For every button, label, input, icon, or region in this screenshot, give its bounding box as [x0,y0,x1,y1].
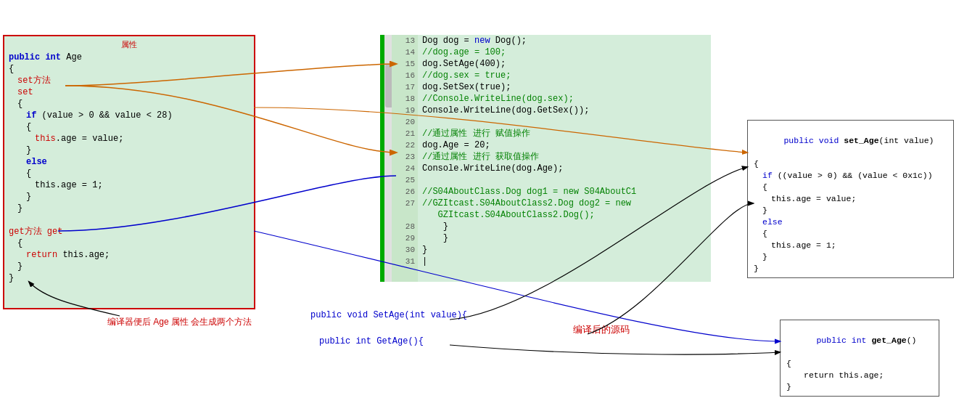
compiled-source-annotation: 编译后的源码 [573,323,630,336]
middle-code-panel: 13 14 15 16 17 18 19 20 21 22 23 24 25 2… [392,35,711,282]
get-int-annotation: public int GetAge(){ [319,336,424,346]
code-line: Console.WriteLine(dog.Age); [422,163,636,174]
code-line: } [754,263,947,275]
line-num: 29 [405,232,415,244]
code-line: { [9,98,250,110]
line-num: 26 [405,186,415,198]
left-code-panel: 属性 public int Age { set方法 set { if (valu… [3,35,255,309]
code-line: //dog.age = 100; [422,46,636,58]
line-num: 19 [405,105,415,116]
line-num: 13 [405,35,415,46]
code-line: dog.Age = 20; [422,139,636,151]
code-line: } [9,145,250,156]
property-label: 属性 [9,39,250,50]
line-num: 18 [405,93,415,105]
line-num: 25 [405,174,415,186]
line-num: 15 [405,58,415,70]
line-num: 30 [405,244,415,256]
set-age-title: public void set_Age(int value) [754,123,947,158]
code-line: get方法 get [9,226,250,237]
compiler-annotation: 编译器便后 Age 属性 会生成两个方法 [107,316,252,328]
line-num: 17 [405,81,415,93]
code-line: { [9,63,250,75]
code-line [9,214,250,226]
line-num [410,209,415,221]
code-line [422,174,636,186]
code-line: if (value > 0 && value < 28) [9,110,250,121]
code-line: } [9,191,250,203]
code-line: return this.age; [786,370,933,381]
set-void-annotation: public void SetAge(int value){ [310,310,467,320]
code-line: set方法 [9,75,250,86]
line-numbers: 13 14 15 16 17 18 19 20 21 22 23 24 25 2… [392,35,418,282]
code-line: this.age = value; [754,193,947,205]
code-line: set [9,86,250,98]
code-line: dog.SetAge(400); [422,58,636,70]
get-age-title: public int get_Age() [786,323,933,358]
code-line: } [9,203,250,214]
code-line: } [786,381,933,393]
line-num: 23 [405,151,415,163]
code-line: this.age = 1; [9,179,250,191]
main-container: 属性 public int Age { set方法 set { if (valu… [0,0,980,398]
line-num: 16 [405,70,415,81]
line-num: 24 [405,163,415,174]
code-line: } [9,261,250,272]
code-line: public int Age [9,52,250,63]
code-line: } [754,251,947,263]
code-line: Dog dog = new Dog(); [422,35,636,46]
code-line: this.age = value; [9,133,250,145]
code-line: { [754,158,947,170]
code-line: } [422,244,636,256]
code-line: //dog.sex = true; [422,70,636,81]
code-line: } [422,221,636,232]
code-line: { [9,168,250,179]
code-line: else [9,156,250,168]
code-line: { [754,182,947,193]
code-line: dog.SetSex(true); [422,81,636,93]
line-num: 14 [405,46,415,58]
line-num: 31 [405,256,415,267]
right-box-get-age: public int get_Age() { return this.age; … [780,320,939,397]
code-line: { [9,237,250,249]
code-line: | [422,256,636,267]
code-content: Dog dog = new Dog(); //dog.age = 100; do… [419,35,636,267]
line-num: 21 [405,128,415,139]
code-line: else [754,216,947,228]
code-line: //Console.WriteLine(dog.sex); [422,93,636,105]
code-line: { [9,121,250,133]
code-line: this.age = 1; [754,240,947,251]
code-line: Console.WriteLine(dog.GetSex()); [422,105,636,116]
line-num: 28 [405,221,415,232]
line-num: 22 [405,139,415,151]
code-line: if ((value > 0) && (value < 0x1c)) [754,170,947,182]
line-num: 27 [405,198,415,209]
code-line: { [786,358,933,370]
code-line: } [754,205,947,216]
code-line: } [9,272,250,284]
code-line [422,116,636,128]
code-line: GZItcast.S04AboutClass2.Dog(); [422,209,636,221]
code-line: //GZItcast.S04AboutClass2.Dog dog2 = new [422,198,636,209]
code-line: } [422,232,636,244]
code-line: //通过属性 进行 赋值操作 [422,128,636,139]
right-box-set-age: public void set_Age(int value) { if ((va… [747,120,954,278]
code-line: { [754,228,947,240]
line-num: 20 [405,116,415,128]
code-line: //通过属性 进行 获取值操作 [422,151,636,163]
code-line: return this.age; [9,249,250,261]
code-line: //S04AboutClass.Dog dog1 = new S04AboutC… [422,186,636,198]
